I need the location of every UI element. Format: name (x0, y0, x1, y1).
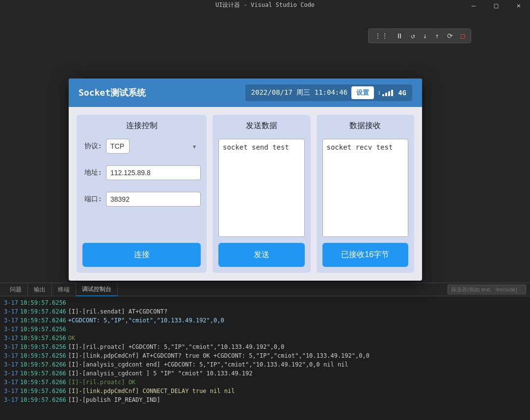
close-button[interactable]: ✕ (507, 0, 530, 11)
tab-problems[interactable]: 问题 (4, 283, 28, 296)
port-input[interactable] (106, 192, 201, 207)
refresh-icon[interactable]: ↺ (409, 31, 417, 41)
grid-icon[interactable]: ⋮⋮ (372, 31, 390, 41)
tab-debug-console[interactable]: 调试控制台 (76, 283, 118, 296)
stop-icon[interactable]: □ (459, 31, 467, 41)
signal-bar-4 (391, 90, 393, 96)
send-data-panel: 发送数据 socket send test 发送 (212, 115, 311, 273)
signal-base: 𝟏 (378, 90, 381, 96)
send-panel-title: 发送数据 (218, 121, 305, 131)
maximize-button[interactable]: □ (485, 0, 507, 11)
pause-icon[interactable]: ⏸ (394, 31, 405, 41)
window-controls: — □ ✕ (462, 0, 530, 11)
settings-button[interactable]: 设置 (351, 86, 374, 99)
receive-data-panel: 数据接收 socket recv test 已接收16字节 (317, 115, 415, 273)
connect-button[interactable]: 连接 (82, 243, 201, 267)
signal-bar-2 (385, 93, 387, 96)
send-data-textarea[interactable]: socket send test (218, 139, 305, 237)
send-button[interactable]: 发送 (218, 243, 305, 267)
protocol-select-wrapper: TCP UDP (106, 139, 201, 154)
network-label: 4G (398, 89, 406, 97)
received-button[interactable]: 已接收16字节 (322, 243, 409, 267)
tab-output[interactable]: 输出 (28, 283, 52, 296)
dialog-title: Socket测试系统 (79, 87, 146, 99)
log-line: 3-17 10:59:57.6256 (4, 298, 526, 307)
terminal-panel: 问题 输出 终端 调试控制台 3-17 10:59:57.6256 3-17 1… (0, 283, 530, 420)
loop-icon[interactable]: ⟳ (445, 31, 455, 41)
log-line: 3-17 10:59:57.6266 [I]-[publish IP_READY… (4, 395, 526, 404)
socket-test-dialog: Socket测试系统 2022/08/17 周三 11:04:46 设置 𝟏 4… (69, 79, 422, 281)
protocol-select[interactable]: TCP UDP (106, 139, 130, 154)
tab-terminal[interactable]: 终端 (52, 283, 76, 296)
log-line: 3-17 10:59:57.6266 [I]-[ril.proatc] OK (4, 378, 526, 387)
floating-toolbar: ⋮⋮ ⏸ ↺ ↓ ↑ ⟳ □ (368, 28, 471, 43)
address-label: 地址: (82, 168, 102, 177)
signal-bar-3 (388, 91, 390, 96)
signal-icon: 𝟏 (378, 90, 394, 96)
log-line: 3-17 10:59:57.6266 [I]-[link.pdpCmdCnf] … (4, 387, 526, 395)
connection-panel-title: 连接控制 (82, 121, 201, 131)
filter-area (448, 285, 526, 294)
log-line: 3-17 10:59:57.6246 [I]-[ril.sendat] AT+C… (4, 307, 526, 316)
dialog-body: 连接控制 协议: TCP UDP 地址: 端口: 连接 (69, 107, 422, 281)
address-input[interactable] (106, 165, 201, 180)
receive-panel-title: 数据接收 (322, 121, 409, 131)
protocol-row: 协议: TCP UDP (82, 139, 201, 154)
log-line: 3-17 10:59:57.6266 [I]-[analysis_cgdcont… (4, 369, 526, 378)
background-side-right (422, 79, 530, 283)
background-side-left (0, 79, 69, 283)
upload-icon[interactable]: ↑ (433, 31, 441, 41)
datetime-display: 2022/08/17 周三 11:04:46 设置 𝟏 4G (245, 84, 412, 101)
terminal-content: 3-17 10:59:57.6256 3-17 10:59:57.6246 [I… (0, 296, 530, 420)
minimize-button[interactable]: — (462, 0, 485, 11)
port-row: 端口: (82, 192, 201, 207)
connection-control-panel: 连接控制 协议: TCP UDP 地址: 端口: 连接 (77, 115, 207, 273)
log-line: 3-17 10:59:57.6266 [I]-[analysis_cgdcont… (4, 360, 526, 369)
log-line: 3-17 10:59:57.6256 [I]-[ril.proatc] +CGD… (4, 342, 526, 351)
log-line: 3-17 10:59:57.6256 (4, 325, 526, 334)
dialog-header: Socket测试系统 2022/08/17 周三 11:04:46 设置 𝟏 4… (69, 79, 422, 107)
log-line: 3-17 10:59:57.6256 [I]-[link.pdpCmdCnf] … (4, 351, 526, 360)
log-line: 3-17 10:59:57.6246 +CGDCONT: 5,"IP","cmi… (4, 316, 526, 325)
log-line: 3-17 10:59:57.6256 OK (4, 334, 526, 342)
protocol-label: 协议: (82, 142, 102, 151)
signal-bar-1 (382, 94, 384, 96)
filter-input[interactable] (448, 285, 526, 294)
receive-data-textarea[interactable]: socket recv test (322, 139, 409, 237)
datetime-text: 2022/08/17 周三 11:04:46 (251, 88, 348, 97)
port-label: 端口: (82, 195, 102, 204)
window-title: UI设计器 - Visual Studio Code (215, 1, 315, 9)
download-icon[interactable]: ↓ (421, 31, 429, 41)
panel-tabs: 问题 输出 终端 调试控制台 (0, 283, 530, 296)
address-row: 地址: (82, 165, 201, 180)
